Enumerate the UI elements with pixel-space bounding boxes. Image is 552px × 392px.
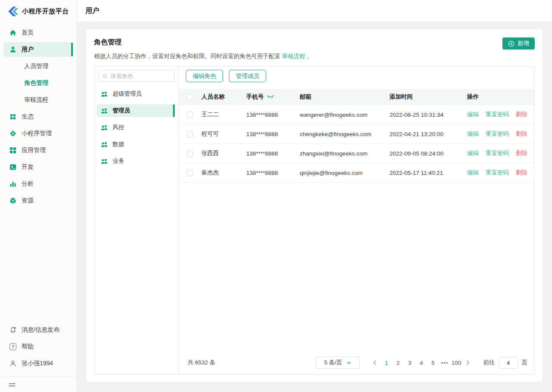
chevron-left-icon (373, 360, 376, 365)
edit-action[interactable]: 编辑 (467, 149, 479, 157)
bell-badge-icon (9, 327, 16, 333)
sidebar-item-label: 张小强1994 (22, 360, 53, 367)
sidebar-item-label: 首页 (22, 29, 34, 37)
pager: 1 2 3 4 5 ••• 100 (369, 357, 474, 369)
edit-action[interactable]: 编辑 (467, 111, 479, 118)
users-icon (100, 158, 108, 164)
brand-title: 小程序开放平台 (22, 7, 69, 16)
delete-action[interactable]: 删除 (516, 111, 527, 118)
member-email: chengkeke@finogeeks.com (300, 131, 389, 137)
page-number-3[interactable]: 3 (404, 357, 416, 369)
edit-action[interactable]: 编辑 (467, 169, 479, 177)
sidebar-item-label: 人员管理 (24, 62, 48, 70)
pagination-bar: 共 6532 条 5 条/页 1 2 3 4 (188, 356, 527, 369)
sidebar-footer: 消息/信息发布 ? 帮助 张小强1994 (0, 323, 76, 376)
goto-page-input[interactable] (499, 357, 518, 369)
goto-page: 前往 页 (483, 357, 528, 369)
brand: 小程序开放平台 (0, 0, 76, 22)
role-item-business[interactable]: 业务 (97, 155, 175, 168)
delete-action[interactable]: 删除 (516, 169, 527, 177)
sidebar-item-home[interactable]: 首页 (3, 25, 73, 40)
member-email: wangerer@finogeeks.com (300, 112, 389, 118)
sidebar-item-app-management[interactable]: 应用管理 (3, 143, 73, 158)
member-email: qinjiejie@finogeeks.com (300, 170, 389, 176)
member-added-time: 2022-09-05 08:24:00 (389, 150, 467, 157)
eye-closed-icon[interactable] (267, 95, 274, 99)
page-number-100[interactable]: 100 (451, 357, 462, 369)
reset-password-action[interactable]: 重置密码 (486, 130, 509, 138)
total-count: 共 6532 条 (188, 359, 216, 367)
page-number-1[interactable]: 1 (381, 357, 392, 369)
member-name: 王二二 (201, 111, 246, 118)
sidebar-item-ecosystem[interactable]: 生态 (3, 109, 73, 124)
role-item-label: 管理员 (113, 107, 130, 115)
sidebar-item-label: 资源 (22, 197, 34, 205)
sidebar-item-label: 分析 (22, 180, 34, 188)
search-input[interactable] (110, 73, 170, 79)
role-item-super-admin[interactable]: 超级管理员 (97, 87, 175, 100)
sidebar-item-role-management[interactable]: 角色管理 (3, 76, 73, 90)
row-checkbox[interactable] (187, 112, 193, 118)
column-header-name: 人员名称 (201, 93, 246, 101)
more-pages-ellipsis[interactable]: ••• (439, 357, 451, 369)
toolbar: 编辑角色 管理成员 (186, 70, 534, 82)
role-item-label: 超级管理员 (113, 90, 142, 98)
page-size-select[interactable]: 5 条/页 (316, 357, 360, 369)
platform-logo-icon (7, 6, 19, 17)
page-number-4[interactable]: 4 (416, 357, 427, 369)
row-actions: 编辑 重置密码 删除 (467, 130, 534, 138)
sidebar-item-messages[interactable]: 消息/信息发布 (3, 323, 73, 337)
sidebar-item-analytics[interactable]: 分析 (3, 177, 73, 191)
card-header: 角色管理 根据人员的分工协作，设置对应角色和权限。同时设置的角色可用于配置 审核… (86, 29, 543, 60)
delete-action[interactable]: 删除 (516, 149, 527, 157)
role-item-admin[interactable]: 管理员 (97, 104, 175, 117)
member-email: zhangxixi@finogeeks.com (300, 150, 389, 157)
reset-password-action[interactable]: 重置密码 (486, 111, 509, 118)
role-item-risk-control[interactable]: 风控 (97, 121, 175, 134)
menu-fold-icon[interactable] (9, 382, 16, 387)
sidebar-item-user[interactable]: 用户 (3, 42, 73, 57)
edit-role-button[interactable]: 编辑角色 (186, 70, 223, 82)
next-page-button[interactable] (462, 357, 474, 369)
apps-grid-icon (9, 147, 16, 154)
phone-header-label: 手机号 (246, 93, 264, 101)
review-flow-link[interactable]: 审核流程 (282, 53, 305, 59)
sidebar-item-label: 用户 (22, 46, 34, 53)
sidebar-item-help[interactable]: ? 帮助 (3, 339, 73, 354)
role-search (98, 70, 175, 82)
table-row: 张西西 138****8888 zhangxixi@finogeeks.com … (179, 144, 534, 163)
edit-action[interactable]: 编辑 (467, 130, 479, 138)
users-icon (100, 141, 108, 147)
row-checkbox[interactable] (187, 131, 193, 137)
delete-action[interactable]: 删除 (516, 130, 527, 138)
add-button[interactable]: 新增 (502, 37, 535, 50)
roles-panel: 超级管理员 管理员 风控 数据 (94, 66, 535, 375)
prev-page-button[interactable] (369, 357, 381, 369)
row-actions: 编辑 重置密码 删除 (467, 169, 534, 177)
sidebar-item-member-management[interactable]: 人员管理 (3, 59, 73, 74)
page-number-2[interactable]: 2 (392, 357, 404, 369)
reset-password-action[interactable]: 重置密码 (486, 169, 509, 177)
reset-password-action[interactable]: 重置密码 (486, 149, 509, 157)
add-button-label: 新增 (518, 40, 529, 47)
sidebar-item-miniapp-management[interactable]: 小程序管理 (3, 126, 73, 141)
sidebar-item-review-flow[interactable]: 审核流程 (3, 93, 73, 107)
sidebar-collapse-row (0, 376, 76, 392)
diamond-icon (9, 130, 16, 137)
page-number-5[interactable]: 5 (427, 357, 439, 369)
row-checkbox[interactable] (187, 170, 193, 176)
role-management-card: 角色管理 根据人员的分工协作，设置对应角色和权限。同时设置的角色可用于配置 审核… (86, 29, 543, 382)
table-header-row: 人员名称 手机号 邮箱 添加时间 操作 (179, 89, 534, 105)
role-item-data[interactable]: 数据 (97, 138, 175, 151)
role-list-pane: 超级管理员 管理员 风控 数据 (94, 66, 179, 374)
sidebar-item-resources[interactable]: 资源 (3, 193, 73, 208)
row-checkbox[interactable] (187, 150, 193, 157)
cube-icon (9, 197, 16, 204)
manage-members-button[interactable]: 管理成员 (229, 70, 266, 82)
column-header-ops: 操作 (467, 93, 534, 101)
sidebar-item-account[interactable]: 张小强1994 (3, 356, 73, 371)
question-mark-icon: ? (9, 343, 16, 350)
select-all-checkbox[interactable] (187, 94, 193, 100)
member-phone: 138****8888 (246, 170, 300, 176)
sidebar-item-development[interactable]: 开发 (3, 160, 73, 174)
